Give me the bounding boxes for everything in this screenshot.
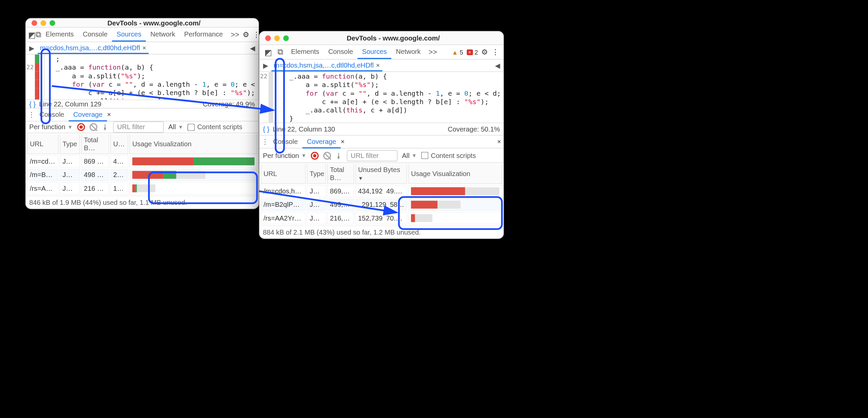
file-bar: ▶ m=cdos,hsm,jsa,…c,dtl0hd,eHDfl× ◀	[259, 60, 503, 72]
main-tabs: ◩ ⧉ Elements Console Sources Network Per…	[26, 28, 258, 42]
type-filter-select[interactable]: All▼	[402, 151, 416, 160]
record-button[interactable]	[77, 123, 85, 131]
tab-network[interactable]: Network	[392, 45, 425, 59]
export-icon[interactable]: ⭳	[336, 151, 342, 160]
table-row[interactable]: /rs=AA2YrTsw5JS (…216,877152,739 70.4%	[261, 212, 502, 224]
device-icon[interactable]: ⧉	[274, 47, 286, 57]
show-navigator-icon[interactable]: ▶	[26, 44, 37, 52]
file-tab[interactable]: m=cdos,hsm,jsa,…c,dtl0hd,eHDfl×	[38, 42, 149, 54]
file-tab[interactable]: m=cdos,hsm,jsa,…c,dtl0hd,eHDfl×	[272, 60, 382, 71]
show-sidebar-icon[interactable]: ◀	[492, 62, 503, 70]
tab-sources[interactable]: Sources	[358, 45, 392, 59]
th-unused[interactable]: Unused Bytes	[355, 164, 407, 184]
cursor-position: Line 22, Column 130	[273, 125, 335, 133]
th-unused[interactable]: U…	[110, 135, 128, 154]
th-type[interactable]: Type	[307, 164, 326, 184]
th-url[interactable]: URL	[261, 164, 306, 184]
clear-button[interactable]	[323, 151, 331, 160]
close-file-icon[interactable]: ×	[376, 61, 380, 69]
clear-button[interactable]	[90, 123, 97, 131]
url-filter-input[interactable]: URL filter	[113, 121, 164, 133]
table-row[interactable]: /m=cdos,hsm,jJS (…869,281434,192 49.9%	[261, 185, 502, 198]
more-tabs[interactable]: >>	[227, 30, 243, 39]
status-bar: { } Line 22, Column 130 Coverage: 50.1%	[259, 123, 503, 135]
close-button[interactable]	[31, 20, 37, 26]
pretty-print-icon[interactable]: { }	[263, 125, 270, 133]
th-viz[interactable]: Usage Visualization	[408, 164, 502, 184]
table-row[interactable]: /m=B2qlPe,DhlJS (…499,102291,129 58…	[261, 199, 502, 211]
tab-elements[interactable]: Elements	[286, 45, 324, 59]
coverage-gutter	[269, 72, 273, 123]
line-number: 22	[259, 72, 268, 80]
coverage-mode-select[interactable]: Per function▼	[263, 151, 306, 160]
record-button[interactable]	[311, 151, 319, 160]
coverage-percent: Coverage: 49.9%	[203, 100, 255, 108]
th-type[interactable]: Type	[60, 135, 80, 154]
code-text: _.aaa = function(a, b) { a = a.split("%s…	[273, 72, 503, 123]
close-button[interactable]	[265, 35, 271, 41]
coverage-toolbar: Per function▼ ⭳ URL filter All▼ Content …	[26, 121, 258, 133]
tab-console[interactable]: Console	[324, 45, 358, 59]
drawer-tab-coverage[interactable]: Coverage	[69, 108, 107, 121]
inspect-icon[interactable]: ◩	[262, 47, 274, 57]
url-filter-input[interactable]: URL filter	[347, 150, 398, 161]
drawer-tabs: ⋮ Console Coverage × ×	[259, 135, 503, 148]
kebab-icon[interactable]: ⋮	[492, 48, 499, 56]
th-total[interactable]: Total B…	[327, 164, 354, 184]
close-file-icon[interactable]: ×	[143, 44, 147, 52]
show-navigator-icon[interactable]: ▶	[259, 62, 271, 70]
code-editor[interactable]: 22 ; _.aaa = function(a, b) { a = a.spli…	[26, 55, 258, 99]
file-bar: ▶ m=cdos,hsm,jsa,…c,dtl0hd,eHDfl× ◀	[26, 42, 258, 55]
status-bar: { } Line 22, Column 129 Coverage: 49.9%	[26, 99, 258, 108]
content-scripts-checkbox[interactable]	[421, 152, 429, 159]
drawer-tab-console[interactable]: Console	[35, 108, 69, 121]
th-url[interactable]: URL	[27, 135, 59, 154]
minimize-button[interactable]	[40, 20, 46, 26]
coverage-summary: 884 kB of 2.1 MB (43%) used so far, 1.2 …	[259, 225, 503, 239]
drawer-kebab-icon[interactable]: ⋮	[28, 111, 35, 119]
coverage-gutter	[35, 55, 39, 99]
pretty-print-icon[interactable]: { }	[29, 100, 35, 108]
table-row[interactable]: /rs=AA2YrTsJS (…216 877155 …	[27, 182, 257, 195]
titlebar: DevTools - www.google.com/	[259, 31, 503, 45]
table-row[interactable]: /m=cdos,hsJS (…869 281435 …	[27, 155, 257, 168]
kebab-icon[interactable]: ⋮	[253, 30, 259, 39]
tab-console[interactable]: Console	[79, 28, 112, 41]
content-scripts-checkbox[interactable]	[188, 124, 195, 131]
tab-sources[interactable]: Sources	[112, 28, 146, 41]
type-filter-select[interactable]: All▼	[168, 123, 183, 131]
minimize-button[interactable]	[274, 35, 280, 41]
close-drawer-tab-icon[interactable]: ×	[107, 111, 111, 119]
maximize-button[interactable]	[50, 20, 55, 26]
show-sidebar-icon[interactable]: ◀	[247, 44, 258, 52]
error-badge[interactable]: ×2	[466, 48, 478, 55]
th-total[interactable]: Total B…	[81, 135, 109, 154]
warning-badge[interactable]: ▲5	[452, 48, 463, 55]
export-icon[interactable]: ⭳	[102, 123, 108, 131]
tab-elements[interactable]: Elements	[41, 28, 79, 41]
code-editor[interactable]: 22 _.aaa = function(a, b) { a = a.split(…	[259, 72, 503, 123]
maximize-button[interactable]	[283, 35, 289, 41]
inspect-icon[interactable]: ◩	[28, 30, 35, 39]
drawer-tab-console[interactable]: Console	[269, 135, 302, 148]
tab-performance[interactable]: Performance	[180, 28, 227, 41]
coverage-mode-select[interactable]: Per function▼	[29, 123, 72, 131]
th-viz[interactable]: Usage Visualization	[129, 135, 257, 154]
cursor-position: Line 22, Column 129	[39, 100, 101, 108]
main-tabs: ◩ ⧉ Elements Console Sources Network >> …	[259, 45, 503, 60]
table-row[interactable]: /m=B2qlPe,JS (…498 764293 …	[27, 169, 257, 181]
window-title: DevTools - www.google.com/	[55, 19, 253, 27]
more-tabs[interactable]: >>	[425, 48, 441, 56]
tab-network[interactable]: Network	[146, 28, 180, 41]
drawer-tab-coverage[interactable]: Coverage	[302, 135, 341, 148]
drawer-kebab-icon[interactable]: ⋮	[262, 138, 269, 146]
gear-icon[interactable]: ⚙	[243, 30, 249, 39]
window-title: DevTools - www.google.com/	[289, 34, 498, 42]
code-text: ; _.aaa = function(a, b) { a = a.split("…	[39, 55, 259, 99]
close-drawer-tab-icon[interactable]: ×	[341, 138, 345, 146]
content-scripts-label: Content scripts	[197, 123, 242, 131]
content-scripts-label: Content scripts	[431, 151, 476, 160]
close-drawer-icon[interactable]: ×	[497, 138, 501, 146]
device-icon[interactable]: ⧉	[35, 30, 41, 39]
gear-icon[interactable]: ⚙	[481, 48, 488, 56]
